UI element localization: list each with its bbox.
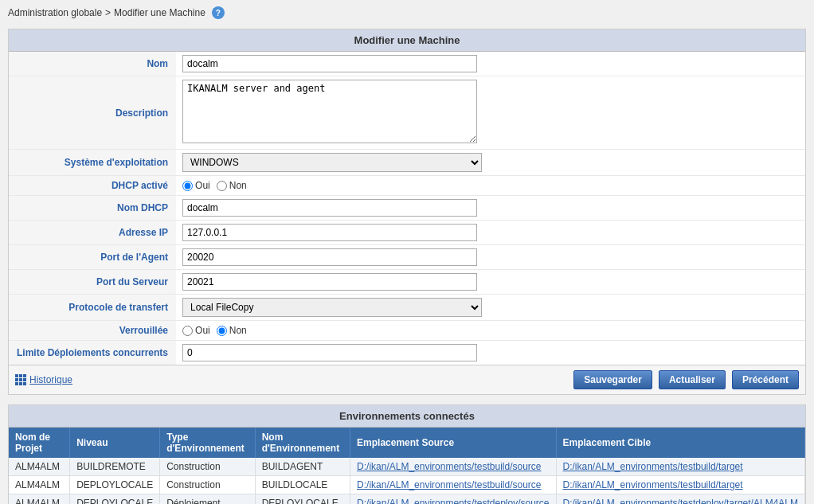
dhcp-non-text: Non — [229, 180, 247, 191]
description-label: Description — [9, 76, 176, 150]
verrouillee-oui-label[interactable]: Oui — [182, 325, 210, 336]
nom-input[interactable] — [182, 55, 477, 72]
port-agent-row: Port de l'Agent — [9, 245, 805, 270]
port-agent-label: Port de l'Agent — [9, 245, 176, 270]
verrouillee-oui-radio[interactable] — [182, 326, 193, 336]
dhcp-radio-group: Oui Non — [182, 180, 799, 191]
verrouillee-non-radio[interactable] — [217, 326, 227, 336]
protocole-select[interactable]: Local FileCopy FTP SFTP SCP — [182, 298, 482, 317]
nom-dhcp-input[interactable] — [182, 199, 477, 217]
actualiser-button[interactable]: Actualiser — [659, 370, 726, 389]
cell-source[interactable]: D:/ikan/ALM_environments/testbuild/sourc… — [350, 476, 556, 494]
form-panel-title: Modifier une Machine — [9, 29, 805, 52]
verrouillee-radio-group: Oui Non — [182, 325, 799, 336]
breadcrumb: Administration globale > Modifier une Ma… — [0, 0, 814, 25]
svg-rect-4 — [19, 378, 22, 381]
sauvegarder-button[interactable]: Sauvegarder — [573, 370, 652, 389]
grid-icon — [15, 374, 26, 385]
env-table: Nom de Projet Niveau Type d'Environnemen… — [9, 428, 805, 504]
systeme-select[interactable]: WINDOWS LINUX UNIX AIX SOLARIS — [182, 153, 482, 172]
cell-projet: ALM4ALM — [9, 494, 70, 505]
systeme-label: Système d'exploitation — [9, 150, 176, 176]
cell-cible[interactable]: D:/ikan/ALM_environments/testbuild/targe… — [556, 458, 805, 476]
cell-type: Construction — [160, 476, 255, 494]
cell-cible[interactable]: D:/ikan/ALM_environments/testbuild/targe… — [556, 476, 805, 494]
form-table: Nom Description Système d'exploitation W… — [9, 52, 805, 365]
verrouillee-non-text: Non — [229, 325, 247, 336]
nom-dhcp-label: Nom DHCP — [9, 196, 176, 221]
cell-cible-link[interactable]: D:/ikan/ALM_environments/testbuild/targe… — [563, 461, 743, 472]
verrouillee-row: Verrouillée Oui Non — [9, 321, 805, 341]
limite-value-cell — [176, 341, 805, 365]
dhcp-oui-radio[interactable] — [182, 181, 193, 191]
adresse-ip-label: Adresse IP — [9, 221, 176, 245]
cell-source-link[interactable]: D:/ikan/ALM_environments/testdeploy/sour… — [357, 498, 549, 504]
cell-source-link[interactable]: D:/ikan/ALM_environments/testbuild/sourc… — [357, 479, 541, 490]
port-agent-value-cell — [176, 245, 805, 270]
dhcp-label: DHCP activé — [9, 176, 176, 196]
svg-rect-2 — [23, 374, 26, 377]
port-serveur-input[interactable] — [182, 273, 477, 291]
systeme-value-cell: WINDOWS LINUX UNIX AIX SOLARIS — [176, 150, 805, 176]
svg-rect-6 — [15, 382, 18, 385]
main-container: Modifier une Machine Nom Description Sys… — [8, 29, 806, 504]
cell-source[interactable]: D:/ikan/ALM_environments/testdeploy/sour… — [350, 494, 556, 505]
cell-cible-link[interactable]: D:/ikan/ALM_environments/testdeploy/targ… — [563, 498, 798, 504]
dhcp-non-label[interactable]: Non — [217, 180, 247, 191]
cell-nom-env: BUILDLOCALE — [255, 476, 350, 494]
cell-projet: ALM4ALM — [9, 458, 70, 476]
cell-source[interactable]: D:/ikan/ALM_environments/testbuild/sourc… — [350, 458, 556, 476]
dhcp-non-radio[interactable] — [217, 181, 227, 191]
help-icon[interactable]: ? — [212, 6, 225, 19]
historique-label: Historique — [29, 374, 72, 385]
port-agent-input[interactable] — [182, 248, 477, 266]
limite-label: Limite Déploiements concurrents — [9, 341, 176, 365]
port-serveur-row: Port du Serveur — [9, 270, 805, 295]
historique-link[interactable]: Historique — [15, 374, 72, 385]
limite-input[interactable] — [182, 344, 477, 361]
description-value-cell — [176, 76, 805, 150]
cell-cible[interactable]: D:/ikan/ALM_environments/testdeploy/targ… — [556, 494, 805, 505]
breadcrumb-parent: Administration globale — [8, 7, 102, 18]
cell-type: Déploiement — [160, 494, 255, 505]
systeme-row: Système d'exploitation WINDOWS LINUX UNI… — [9, 150, 805, 176]
env-panel-title: Environnements connectés — [9, 405, 805, 428]
port-serveur-value-cell — [176, 270, 805, 295]
col-nom-env: Nom d'Environnement — [255, 428, 350, 458]
svg-rect-7 — [19, 382, 22, 385]
protocole-label: Protocole de transfert — [9, 295, 176, 321]
nom-dhcp-row: Nom DHCP — [9, 196, 805, 221]
cell-nom-env: BUILDAGENT — [255, 458, 350, 476]
cell-nom-env: DEPLOYLOCALE — [255, 494, 350, 505]
dhcp-oui-text: Oui — [195, 180, 210, 191]
breadcrumb-separator: > — [105, 7, 111, 18]
adresse-ip-input[interactable] — [182, 224, 477, 241]
verrouillee-non-label[interactable]: Non — [217, 325, 247, 336]
cell-niveau: DEPLOYLOCALE — [70, 494, 160, 505]
modify-machine-panel: Modifier une Machine Nom Description Sys… — [8, 29, 806, 395]
description-textarea[interactable] — [182, 80, 477, 143]
svg-rect-5 — [23, 378, 26, 381]
cell-cible-link[interactable]: D:/ikan/ALM_environments/testbuild/targe… — [563, 479, 743, 490]
precedent-button[interactable]: Précédent — [732, 370, 799, 389]
cell-projet: ALM4ALM — [9, 476, 70, 494]
svg-rect-8 — [23, 382, 26, 385]
svg-rect-0 — [15, 374, 18, 377]
env-table-header: Nom de Projet Niveau Type d'Environnemen… — [9, 428, 805, 458]
protocole-value-cell: Local FileCopy FTP SFTP SCP — [176, 295, 805, 321]
svg-rect-3 — [15, 378, 18, 381]
nom-value-cell — [176, 52, 805, 76]
dhcp-value-cell: Oui Non — [176, 176, 805, 196]
col-source: Emplacement Source — [350, 428, 556, 458]
dhcp-oui-label[interactable]: Oui — [182, 180, 210, 191]
verrouillee-value-cell: Oui Non — [176, 321, 805, 341]
cell-niveau: BUILDREMOTE — [70, 458, 160, 476]
table-row: ALM4ALMDEPLOYLOCALEDéploiementDEPLOYLOCA… — [9, 494, 805, 505]
col-cible: Emplacement Cible — [556, 428, 805, 458]
port-serveur-label: Port du Serveur — [9, 270, 176, 295]
adresse-ip-row: Adresse IP — [9, 221, 805, 245]
verrouillee-oui-text: Oui — [195, 325, 210, 336]
dhcp-row: DHCP activé Oui Non — [9, 176, 805, 196]
description-row: Description — [9, 76, 805, 150]
cell-source-link[interactable]: D:/ikan/ALM_environments/testbuild/sourc… — [357, 461, 541, 472]
